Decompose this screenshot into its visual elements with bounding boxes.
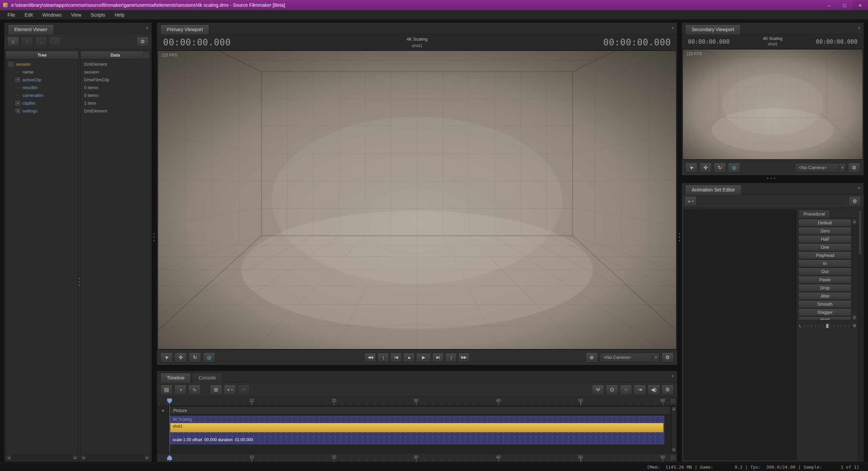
primary-3d-viewport[interactable]: 215 FPS <box>158 50 676 349</box>
menu-view[interactable]: View <box>66 10 86 19</box>
shot-clip-bar[interactable]: shot1 <box>170 423 664 432</box>
scroll-up-icon[interactable]: ▲ <box>672 407 676 411</box>
camera-selector[interactable]: <No Camera> ▾ <box>600 353 659 362</box>
expand-icon[interactable]: + <box>16 109 20 113</box>
timeline-settings-button[interactable]: ⚙ <box>662 385 674 395</box>
tracks-vertical-scrollbar[interactable]: ▲ ▼ <box>671 406 676 452</box>
tree-row-clipbin[interactable]: + clipBin <box>6 99 78 107</box>
microphone-button[interactable]: Ψ <box>592 385 604 395</box>
playhead-marker[interactable] <box>167 398 172 404</box>
preset-blend-slider[interactable] <box>804 324 851 328</box>
tree-row-name[interactable]: name <box>6 68 78 76</box>
menu-help[interactable]: Help <box>110 10 129 19</box>
preset-half-button[interactable]: Half <box>798 235 851 243</box>
data-row[interactable]: DmElement <box>81 60 150 68</box>
collapse-track-icon[interactable]: ▼ <box>161 409 165 413</box>
track-header-picture[interactable]: Picture <box>170 406 670 414</box>
preset-stagger-button[interactable]: Stagger <box>798 308 851 316</box>
tab-primary-viewport[interactable]: Primary Viewport <box>160 24 209 34</box>
tree-horizontal-scrollbar[interactable]: ◂ ▸ <box>6 455 78 460</box>
data-row[interactable]: DmElement <box>81 107 150 115</box>
film-clip-region[interactable]: 4K Scaling shot1 scale 1.00 offset 00.00… <box>170 416 664 444</box>
presets-scrollbar[interactable]: ▲ ▼ <box>852 219 857 320</box>
minimize-button[interactable]: – <box>821 0 837 10</box>
tree-row-activeclip[interactable]: + activeClip <box>6 76 78 84</box>
collapse-expander-icon[interactable]: − <box>9 62 13 66</box>
playhead-line[interactable] <box>170 406 170 453</box>
tab-procedural-presets[interactable]: Procedural <box>798 210 830 218</box>
add-clip-button[interactable]: + ▾ <box>224 385 236 395</box>
ruler-corner-button[interactable] <box>670 398 676 404</box>
step-forward-button[interactable]: ▶| <box>432 353 444 362</box>
data-row[interactable]: 0 items <box>81 91 150 99</box>
scroll-right-icon[interactable]: ▸ <box>73 455 78 460</box>
camera-selector[interactable]: <No Camera> ▾ <box>795 163 846 172</box>
preset-zero-button[interactable]: Zero <box>798 227 851 235</box>
scroll-down-icon[interactable]: ▼ <box>672 447 676 452</box>
center-right-splitter-grip[interactable] <box>679 233 680 241</box>
data-row[interactable]: 1 item <box>81 99 150 107</box>
select-tool-button[interactable]: ➤ <box>685 163 697 173</box>
orbit-camera-button[interactable]: ◎ <box>728 163 740 173</box>
move-tool-button[interactable]: ✜ <box>699 163 712 173</box>
tab-timeline[interactable]: Timeline <box>160 373 191 383</box>
fast-forward-button[interactable]: ▶▶ <box>458 353 470 362</box>
up-button[interactable]: ↑ <box>21 37 33 47</box>
move-tool-button[interactable]: ✜ <box>175 352 187 363</box>
data-horizontal-scrollbar[interactable]: ◂ ▸ <box>81 455 150 460</box>
record-button[interactable]: ● <box>403 353 415 362</box>
tab-console[interactable]: Console <box>192 373 222 383</box>
tab-secondary-viewport[interactable]: Secondary Viewport <box>685 24 741 34</box>
tree-column-header[interactable]: Tree <box>6 51 78 59</box>
splitter-grip[interactable] <box>79 278 80 286</box>
select-tool-button[interactable]: ➤ <box>160 352 173 363</box>
preset-playhead-button[interactable]: Playhead <box>798 251 851 259</box>
timeline-ruler-top[interactable]: 10 20 30 40 50 60 <box>157 397 677 406</box>
expand-icon[interactable]: + <box>16 78 20 82</box>
tab-animation-set-editor[interactable]: Animation Set Editor <box>685 185 742 194</box>
preset-jitter-button[interactable]: Jitter <box>798 292 851 300</box>
data-row[interactable]: 0 items <box>81 84 150 91</box>
speaker-button[interactable]: ◀) <box>648 385 660 395</box>
menu-scripts[interactable]: Scripts <box>86 10 110 19</box>
tree-data-splitter[interactable] <box>78 51 80 460</box>
forward-button[interactable]: → <box>49 37 61 47</box>
animation-set-settings-button[interactable]: ⚙ <box>849 196 861 206</box>
headphones-button[interactable]: ∩ <box>620 385 632 395</box>
close-icon[interactable]: × <box>671 374 674 378</box>
monitor-audio-button[interactable]: Ω <box>606 385 618 395</box>
scroll-down-icon[interactable]: ▼ <box>852 315 856 320</box>
element-viewer-settings-button[interactable]: ⚙ <box>137 37 149 47</box>
tree-row-settings[interactable]: + settings <box>6 107 78 115</box>
tree-row-camerabin[interactable]: cameraBin <box>6 91 78 99</box>
data-row[interactable]: session <box>81 68 150 76</box>
back-button[interactable]: ← <box>35 37 47 47</box>
secondary-3d-viewport[interactable]: 215 FPS <box>683 49 863 160</box>
menu-file[interactable]: File <box>3 10 20 19</box>
animation-set-editor-scrollbar[interactable] <box>858 210 862 460</box>
preset-smooth-button[interactable]: Smooth <box>798 300 851 308</box>
in-bracket-button[interactable]: [ <box>377 353 389 362</box>
close-icon[interactable]: × <box>146 25 149 30</box>
slider-handle[interactable] <box>826 324 829 328</box>
chevron-down-icon[interactable]: ▾ <box>839 163 846 172</box>
preset-hold-button[interactable]: Hold <box>798 316 851 320</box>
viewport-settings-button[interactable]: ⚙ <box>848 163 860 173</box>
scroll-left-icon[interactable]: ◂ <box>81 455 86 460</box>
menu-windows[interactable]: Windows <box>38 10 66 19</box>
expand-icon[interactable]: + <box>16 101 20 105</box>
orbit-camera-button[interactable]: ◎ <box>203 352 215 363</box>
out-bracket-button[interactable]: ] <box>445 353 457 362</box>
go-to-end-button[interactable]: ⇥ <box>634 385 646 395</box>
animation-sets-list[interactable] <box>684 210 796 460</box>
tab-element-viewer[interactable]: Element Viewer <box>8 24 54 34</box>
timeline-tracks[interactable]: ▼ Picture 4K Scaling shot1 scale 1.00 of… <box>157 406 677 453</box>
preset-paste-button[interactable]: Paste <box>798 276 851 284</box>
data-row[interactable]: DmeFilmClip <box>81 76 150 84</box>
tree-row-miscbin[interactable]: miscBin <box>6 84 78 91</box>
close-icon[interactable]: × <box>858 25 861 30</box>
ruler-corner-button[interactable] <box>670 455 676 460</box>
close-icon[interactable]: × <box>671 25 674 30</box>
fast-rewind-button[interactable]: ◀◀ <box>364 353 376 362</box>
preset-one-button[interactable]: One <box>798 243 851 251</box>
